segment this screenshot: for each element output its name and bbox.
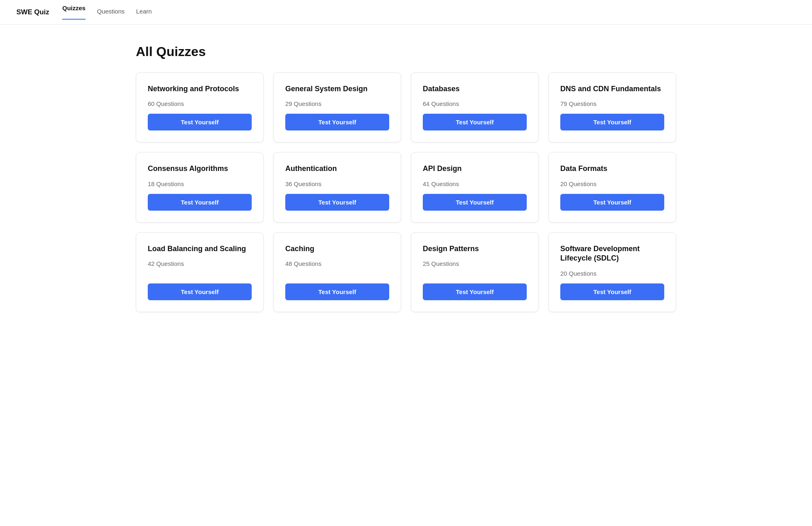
quiz-card-title: Caching: [285, 244, 389, 254]
quiz-card-count: 60 Questions: [148, 100, 252, 107]
quiz-card: Caching48 QuestionsTest Yourself: [273, 232, 401, 312]
quiz-card: API Design41 QuestionsTest Yourself: [411, 152, 539, 222]
quiz-card: General System Design29 QuestionsTest Yo…: [273, 72, 401, 142]
test-yourself-button[interactable]: Test Yourself: [285, 114, 389, 130]
quiz-card-title: Consensus Algorithms: [148, 164, 252, 173]
test-yourself-button[interactable]: Test Yourself: [423, 194, 527, 211]
nav-links: Quizzes Questions Learn: [62, 4, 152, 20]
test-yourself-button[interactable]: Test Yourself: [560, 194, 664, 211]
quiz-card-count: 36 Questions: [285, 180, 389, 187]
test-yourself-button[interactable]: Test Yourself: [148, 114, 252, 130]
quiz-card-count: 29 Questions: [285, 100, 389, 107]
quiz-card-count: 64 Questions: [423, 100, 527, 107]
quiz-card-count: 41 Questions: [423, 180, 527, 187]
test-yourself-button[interactable]: Test Yourself: [285, 194, 389, 211]
quiz-card-count: 18 Questions: [148, 180, 252, 187]
quiz-card-count: 20 Questions: [560, 270, 664, 277]
quiz-card-title: DNS and CDN Fundamentals: [560, 84, 664, 94]
quiz-card-title: Load Balancing and Scaling: [148, 244, 252, 254]
quiz-card-title: General System Design: [285, 84, 389, 94]
quiz-card-title: Authentication: [285, 164, 389, 173]
quiz-card-title: Software Development Lifecycle (SDLC): [560, 244, 664, 263]
quiz-card-count: 48 Questions: [285, 260, 389, 267]
quiz-card-count: 42 Questions: [148, 260, 252, 267]
quiz-card: DNS and CDN Fundamentals79 QuestionsTest…: [548, 72, 676, 142]
test-yourself-button[interactable]: Test Yourself: [423, 114, 527, 130]
test-yourself-button[interactable]: Test Yourself: [285, 283, 389, 300]
quiz-card-title: Networking and Protocols: [148, 84, 252, 94]
page-title: All Quizzes: [136, 44, 676, 59]
quiz-card: Authentication36 QuestionsTest Yourself: [273, 152, 401, 222]
quiz-card-count: 20 Questions: [560, 180, 664, 187]
quiz-card: Databases64 QuestionsTest Yourself: [411, 72, 539, 142]
quiz-grid: Networking and Protocols60 QuestionsTest…: [136, 72, 676, 312]
quiz-card: Data Formats20 QuestionsTest Yourself: [548, 152, 676, 222]
nav-questions[interactable]: Questions: [97, 8, 125, 16]
quiz-card: Design Patterns25 QuestionsTest Yourself: [411, 232, 539, 312]
test-yourself-button[interactable]: Test Yourself: [560, 283, 664, 300]
quiz-card-count: 25 Questions: [423, 260, 527, 267]
quiz-card-title: API Design: [423, 164, 527, 173]
quiz-card: Networking and Protocols60 QuestionsTest…: [136, 72, 264, 142]
test-yourself-button[interactable]: Test Yourself: [148, 283, 252, 300]
quiz-card: Consensus Algorithms18 QuestionsTest You…: [136, 152, 264, 222]
quiz-card-title: Design Patterns: [423, 244, 527, 254]
brand-logo: SWE Quiz: [16, 8, 49, 16]
nav-quizzes[interactable]: Quizzes: [62, 4, 86, 20]
quiz-card-title: Databases: [423, 84, 527, 94]
main-content: All Quizzes Networking and Protocols60 Q…: [120, 25, 692, 337]
quiz-card-title: Data Formats: [560, 164, 664, 173]
test-yourself-button[interactable]: Test Yourself: [148, 194, 252, 211]
test-yourself-button[interactable]: Test Yourself: [423, 283, 527, 300]
navbar: SWE Quiz Quizzes Questions Learn: [0, 0, 812, 25]
quiz-card: Load Balancing and Scaling42 QuestionsTe…: [136, 232, 264, 312]
quiz-card: Software Development Lifecycle (SDLC)20 …: [548, 232, 676, 312]
test-yourself-button[interactable]: Test Yourself: [560, 114, 664, 130]
quiz-card-count: 79 Questions: [560, 100, 664, 107]
nav-learn[interactable]: Learn: [136, 8, 152, 16]
